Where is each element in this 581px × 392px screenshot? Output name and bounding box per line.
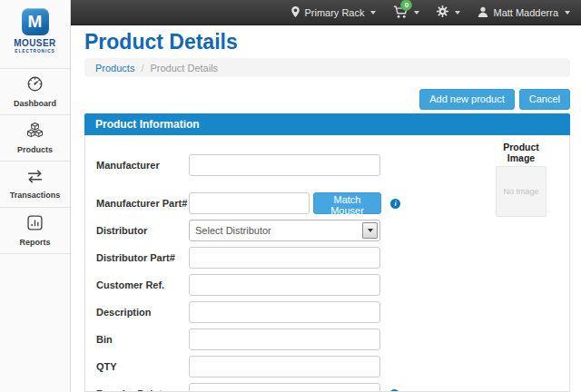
- breadcrumb-current: Product Details: [150, 63, 218, 74]
- bin-row: Bin: [96, 328, 569, 350]
- distributor-part-row: Distributor Part#: [96, 247, 569, 269]
- sidebar-item-label: Dashboard: [14, 99, 56, 108]
- info-icon[interactable]: i: [389, 389, 399, 392]
- sidebar-item-products[interactable]: Products: [0, 115, 70, 162]
- breadcrumb-link-products[interactable]: Products: [95, 63, 134, 74]
- manufacturer-input[interactable]: [189, 154, 380, 176]
- customer-ref-input[interactable]: [189, 274, 380, 296]
- info-icon[interactable]: i: [390, 199, 400, 209]
- product-image-placeholder: No Image: [496, 166, 547, 217]
- sidebar-item-transactions[interactable]: Transactions: [0, 162, 70, 208]
- add-new-product-button[interactable]: Add new product: [419, 89, 515, 110]
- logo-name: MOUSER: [14, 38, 55, 48]
- distributor-label: Distributor: [96, 225, 189, 236]
- manufacturer-part-label: Manufacturer Part#: [96, 198, 189, 209]
- description-input[interactable]: [189, 301, 380, 323]
- cart-icon: 0: [393, 5, 408, 19]
- breadcrumb: Products / Product Details: [84, 58, 570, 77]
- location-pin-icon: [291, 6, 300, 19]
- product-information-panel: Product Information Manufacturer Manufac…: [84, 113, 570, 392]
- main-content: Product Details Products / Product Detai…: [71, 25, 581, 392]
- customer-ref-row: Customer Ref.: [96, 274, 569, 296]
- settings-dropdown[interactable]: [437, 5, 460, 19]
- caret-down-icon: [455, 11, 460, 15]
- sidebar-item-label: Reports: [19, 238, 50, 247]
- description-row: Description: [96, 301, 569, 323]
- sidebar-item-label: Products: [17, 145, 53, 154]
- top-navbar: Primary Rack 0: [71, 0, 581, 25]
- manufacturer-part-input[interactable]: [189, 192, 310, 214]
- cart-dropdown[interactable]: 0: [393, 5, 419, 19]
- user-menu[interactable]: Matt Madderra: [478, 6, 570, 19]
- description-label: Description: [96, 307, 189, 318]
- sidebar-item-label: Transactions: [10, 191, 61, 200]
- qty-input[interactable]: [189, 356, 380, 377]
- sidebar-item-dashboard[interactable]: Dashboard: [0, 69, 70, 115]
- distributor-select[interactable]: Select Distributor: [189, 220, 380, 241]
- sidebar: M MOUSER ELECTRONICS Dashboard Products: [0, 0, 71, 392]
- customer-ref-label: Customer Ref.: [96, 279, 189, 290]
- bin-input[interactable]: [189, 328, 380, 350]
- qty-row: QTY: [96, 356, 569, 377]
- panel-body: Manufacturer Manufacturer Part# Match Mo…: [84, 135, 570, 392]
- product-image-section: Product Image No Image: [496, 142, 547, 217]
- gear-icon: [437, 5, 448, 19]
- qty-label: QTY: [96, 361, 189, 372]
- bin-label: Bin: [96, 334, 189, 345]
- transactions-icon: [25, 169, 45, 188]
- distributor-row: Distributor Select Distributor: [96, 220, 569, 241]
- location-dropdown[interactable]: Primary Rack: [291, 6, 376, 19]
- select-arrow-button: [362, 222, 378, 239]
- caret-down-icon: [414, 11, 419, 15]
- dashboard-icon: [25, 75, 44, 96]
- caret-down-icon: [565, 11, 570, 15]
- distributor-part-label: Distributor Part#: [96, 252, 189, 263]
- reports-icon: [26, 214, 44, 235]
- panel-title: Product Information: [84, 113, 570, 135]
- location-label: Primary Rack: [304, 7, 364, 18]
- page-actions: Add new product Cancel: [419, 89, 570, 110]
- reorder-point-input[interactable]: [189, 383, 380, 392]
- user-name: Matt Madderra: [493, 7, 558, 18]
- manufacturer-label: Manufacturer: [96, 160, 189, 171]
- mouser-logo-icon: M: [22, 8, 49, 35]
- cart-count-badge: 0: [400, 0, 412, 11]
- distributor-selected-option: Select Distributor: [190, 225, 271, 236]
- user-icon: [478, 6, 488, 19]
- product-image-label: Product Image: [496, 142, 547, 163]
- match-mouser-button[interactable]: Match Mouser: [313, 192, 381, 214]
- page-title: Product Details: [84, 30, 238, 54]
- caret-down-icon: [370, 11, 376, 15]
- cancel-button[interactable]: Cancel: [519, 89, 570, 110]
- distributor-part-input[interactable]: [189, 247, 380, 269]
- mouser-logo[interactable]: M MOUSER ELECTRONICS: [0, 0, 70, 69]
- reorder-point-label: Reorder Point: [96, 388, 189, 392]
- reorder-point-row: Reorder Point i: [96, 383, 569, 392]
- breadcrumb-separator: /: [141, 63, 143, 74]
- logo-subtitle: ELECTRONICS: [15, 49, 54, 54]
- products-icon: [25, 122, 44, 142]
- chevron-down-icon: [368, 229, 373, 232]
- sidebar-item-reports[interactable]: Reports: [0, 208, 70, 254]
